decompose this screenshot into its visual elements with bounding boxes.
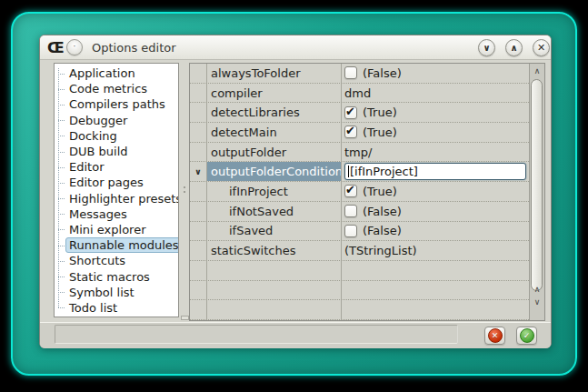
tree-connector	[58, 89, 65, 90]
property-row-staticSwitches[interactable]: staticSwitches(TStringList)	[190, 241, 529, 261]
sidebar-item-docking[interactable]: Docking	[55, 128, 178, 144]
sidebar-item-todo-list[interactable]: Todo list	[55, 300, 178, 316]
sidebar-item-label: Highlighter presets	[65, 191, 179, 206]
property-row-detectMain[interactable]: detectMain✔(True)	[190, 123, 529, 143]
sidebar-item-shortcuts[interactable]: Shortcuts	[55, 253, 178, 268]
sidebar-item-label: Editor	[65, 159, 107, 175]
chevron-down-icon[interactable]: ∨	[194, 167, 201, 176]
property-row-detectLibraries[interactable]: detectLibraries✔(True)	[190, 103, 529, 123]
expand-gutter	[190, 261, 207, 280]
accept-button[interactable]: ✓	[516, 327, 537, 345]
property-name: detectMain	[207, 123, 342, 142]
property-value: (False)	[342, 222, 529, 241]
expand-gutter	[190, 64, 207, 83]
scrollbar-thumb[interactable]	[531, 79, 543, 291]
check-icon: ✔	[345, 183, 355, 196]
property-name: compiler	[207, 84, 342, 103]
sidebar-item-editor[interactable]: Editor	[55, 159, 178, 175]
edit-text: [ifInProject]	[350, 165, 418, 178]
sidebar-item-compilers-paths[interactable]: Compilers paths	[55, 96, 178, 112]
sidebar-item-label: Code metrics	[65, 81, 151, 96]
minimize-button[interactable]: ∨	[478, 39, 495, 56]
sidebar-item-label: Docking	[65, 128, 121, 144]
window-title: Options editor	[92, 41, 176, 55]
property-row-alwaysToFolder[interactable]: alwaysToFolder(False)	[190, 64, 529, 84]
property-name: outputFolder	[207, 143, 342, 162]
sidebar-item-label: Todo list	[65, 300, 121, 316]
value-label: (True)	[363, 106, 397, 119]
sidebar-item-label: Static macros	[65, 269, 154, 285]
value-label: (TStringList)	[344, 244, 417, 257]
tree-connector	[58, 167, 65, 168]
scroll-up-icon[interactable]: ∧	[530, 65, 544, 77]
tree-connector	[58, 74, 65, 75]
checkbox-checked[interactable]: ✔	[344, 185, 357, 197]
scroll-down-icon[interactable]: ∨	[530, 296, 544, 308]
checkbox-unchecked[interactable]	[344, 225, 357, 237]
checkbox-checked[interactable]: ✔	[344, 126, 357, 138]
sidebar-item-application[interactable]: Application	[55, 65, 178, 81]
sidebar-item-static-macros[interactable]: Static macros	[55, 268, 178, 284]
cancel-button[interactable]: ✕	[484, 327, 505, 345]
window-menu-button[interactable]: ·	[66, 39, 83, 55]
vertical-scrollbar[interactable]: ∧ ∧ ∨	[529, 64, 544, 320]
property-row-outputFolderConditions[interactable]: ∨outputFolderConditions[ifInProject]	[190, 162, 529, 182]
close-icon: ✕	[537, 42, 545, 54]
titlebar[interactable]: Œ · Options editor ∨ ∧ ✕	[40, 35, 551, 60]
property-row-ifSaved[interactable]: ifSaved(False)	[190, 222, 529, 242]
expand-gutter	[190, 143, 207, 162]
checkbox-checked[interactable]: ✔	[344, 106, 357, 119]
tree-connector	[58, 276, 65, 277]
value-edit-input[interactable]: [ifInProject]	[344, 163, 526, 180]
property-name	[207, 300, 342, 319]
property-row-empty	[190, 261, 529, 281]
sidebar-item-debugger[interactable]: Debugger	[55, 113, 178, 128]
property-name: ifNotSaved	[207, 202, 342, 221]
property-row-compiler[interactable]: compilerdmd	[190, 84, 529, 104]
property-name	[207, 281, 342, 300]
sidebar-item-highlighter-presets[interactable]: Highlighter presets	[55, 191, 178, 206]
sidebar-item-editor-pages[interactable]: Editor pages	[55, 175, 178, 190]
checkbox-unchecked[interactable]	[344, 205, 357, 217]
tree-connector	[58, 183, 65, 184]
sidebar-item-symbol-list[interactable]: Symbol list	[55, 285, 178, 300]
scroll-up-icon[interactable]: ∧	[530, 283, 544, 296]
tree-connector	[58, 292, 65, 293]
category-tree-panel: ApplicationCode metricsCompilers pathsDe…	[54, 63, 179, 317]
sidebar-item-code-metrics[interactable]: Code metrics	[55, 81, 178, 96]
sidebar-item-mini-explorer[interactable]: Mini explorer	[55, 222, 178, 237]
expand-gutter	[190, 300, 207, 319]
expand-gutter	[190, 202, 207, 221]
tree-connector	[58, 246, 65, 246]
property-value: tmp/	[342, 143, 529, 162]
checkbox-unchecked[interactable]	[344, 66, 357, 79]
sidebar-item-label: Editor pages	[65, 175, 147, 190]
property-value: dmd	[342, 84, 529, 103]
property-value: [ifInProject]	[342, 162, 529, 181]
sidebar-item-messages[interactable]: Messages	[55, 206, 178, 222]
tree-connector	[58, 198, 65, 199]
splitter-nub[interactable]	[181, 316, 189, 320]
options-editor-window: Œ · Options editor ∨ ∧ ✕ ApplicationCode…	[39, 35, 552, 348]
property-row-outputFolder[interactable]: outputFoldertmp/	[190, 143, 529, 163]
hint-panel	[55, 325, 458, 344]
tree-connector	[58, 136, 65, 136]
value-label: dmd	[344, 86, 371, 100]
close-button[interactable]: ✕	[533, 39, 550, 56]
chevron-up-icon: ∧	[510, 43, 517, 53]
property-name	[207, 261, 342, 280]
sidebar-item-label: Compilers paths	[65, 96, 169, 112]
sidebar-item-dub-build[interactable]: DUB build	[55, 144, 178, 159]
property-value: (False)	[342, 64, 529, 83]
property-value: (TStringList)	[342, 241, 529, 260]
property-value: ✔(True)	[342, 182, 529, 201]
sidebar-item-label: Application	[65, 65, 139, 81]
panel-splitter[interactable]	[181, 63, 188, 317]
sidebar-item-label: Messages	[65, 206, 131, 222]
property-row-empty	[190, 281, 529, 301]
maximize-button[interactable]: ∧	[505, 39, 523, 56]
property-row-ifInProject[interactable]: ifInProject✔(True)	[190, 182, 529, 202]
sidebar-item-runnable-modules[interactable]: Runnable modules	[55, 237, 178, 253]
property-row-ifNotSaved[interactable]: ifNotSaved(False)	[190, 202, 529, 222]
check-icon: ✔	[345, 105, 355, 118]
